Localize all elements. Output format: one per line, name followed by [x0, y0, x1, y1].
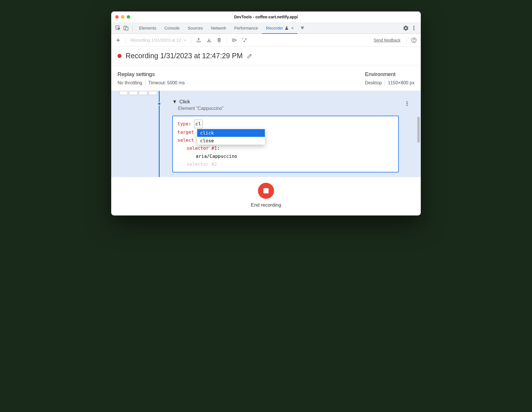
tab-console[interactable]: Console	[160, 22, 183, 34]
devtools-window: DevTools - coffee-cart.netlify.app/ Elem…	[111, 11, 421, 215]
tab-bar: Elements Console Sources Network Perform…	[111, 22, 421, 34]
divider	[126, 37, 126, 43]
scrollbar[interactable]	[417, 117, 420, 143]
environment-values: Desktop 1150×800 px	[365, 80, 414, 85]
end-recording-label: End recording	[251, 202, 281, 208]
new-recording-icon[interactable]	[114, 36, 122, 44]
replay-icon[interactable]	[230, 36, 238, 44]
device-toggle-icon[interactable]	[122, 24, 130, 32]
recording-title-row: Recording 1/31/2023 at 12:47:29 PM	[111, 46, 421, 65]
titlebar: DevTools - coffee-cart.netlify.app/	[111, 11, 421, 22]
svg-rect-2	[126, 27, 128, 30]
environment-settings: Environment Desktop 1150×800 px	[365, 71, 414, 85]
traffic-lights	[115, 15, 130, 19]
tab-elements[interactable]: Elements	[135, 22, 160, 34]
svg-point-4	[413, 28, 414, 29]
recording-selector[interactable]: Recording 1/31/2023 at 12	[129, 38, 187, 42]
end-recording-button[interactable]	[258, 183, 274, 199]
svg-point-6	[244, 41, 245, 42]
device-value[interactable]: Desktop	[365, 80, 382, 85]
recorder-toolbar: Recording 1/31/2023 at 12 Send feedback	[111, 34, 421, 46]
field-label-target: target	[177, 129, 194, 135]
minimize-window-button[interactable]	[121, 15, 124, 19]
recording-title: Recording 1/31/2023 at 12:47:29 PM	[126, 52, 243, 60]
footer: End recording	[111, 177, 421, 215]
svg-point-5	[413, 29, 414, 30]
step-subtitle: Element "Cappuccino"	[178, 106, 412, 111]
flask-icon	[285, 26, 288, 30]
tab-label: Recorder	[266, 26, 283, 30]
tab-network[interactable]: Network	[207, 22, 230, 34]
tab-recorder[interactable]: Recorder ×	[262, 23, 298, 34]
divider	[191, 37, 191, 43]
step-marker[interactable]	[157, 102, 161, 106]
thumbnail-strip	[119, 91, 157, 95]
divider	[227, 37, 227, 43]
send-feedback-link[interactable]: Send feedback	[374, 38, 400, 42]
step-thumbnail[interactable]	[148, 91, 157, 95]
environment-heading: Environment	[365, 71, 396, 77]
type-input[interactable]: cl	[194, 120, 203, 128]
timeout-value[interactable]: Timeout: 5000 ms	[148, 80, 185, 85]
recording-indicator-icon	[118, 54, 122, 58]
stop-icon	[263, 188, 269, 193]
close-tab-icon[interactable]: ×	[291, 26, 294, 30]
step-header[interactable]: ▼ Click	[172, 99, 412, 105]
step-thumbnail[interactable]	[129, 91, 138, 95]
import-icon[interactable]	[205, 36, 213, 44]
replay-settings-values: No throttling Timeout: 5000 ms	[118, 80, 185, 85]
svg-point-3	[413, 26, 414, 27]
settings-gear-icon[interactable]	[402, 24, 410, 32]
step-thumbnail[interactable]	[139, 91, 147, 95]
field-label-selectors: select	[177, 137, 194, 143]
tab-sources[interactable]: Sources	[184, 22, 207, 34]
svg-point-8	[414, 41, 414, 42]
steps-area: ▼ Click Element "Cappuccino" type: cl ta…	[111, 91, 421, 177]
selector-1-label: selector #1	[187, 145, 217, 151]
replay-settings: Replay settings No throttling Timeout: 5…	[118, 71, 185, 85]
autocomplete-option-click[interactable]: click	[197, 129, 265, 137]
window-title: DevTools - coffee-cart.netlify.app/	[234, 15, 298, 19]
more-tabs-icon[interactable]	[298, 26, 307, 30]
autocomplete-option-close[interactable]: close	[197, 137, 265, 145]
step-icon[interactable]	[241, 36, 249, 44]
tab-performance[interactable]: Performance	[230, 22, 262, 34]
recording-selector-label: Recording 1/31/2023 at 12	[130, 38, 181, 42]
divider	[406, 37, 406, 43]
selector-2-label: selector #2	[187, 162, 217, 167]
maximize-window-button[interactable]	[127, 15, 130, 19]
tabs: Elements Console Sources Network Perform…	[135, 22, 298, 34]
caret-down-icon: ▼	[172, 99, 177, 105]
edit-title-icon[interactable]	[247, 53, 253, 59]
selector-1-value[interactable]: aria/Cappuccino	[177, 152, 394, 160]
chevron-down-icon	[183, 39, 186, 41]
close-window-button[interactable]	[115, 15, 119, 19]
divider	[385, 80, 385, 85]
export-icon[interactable]	[195, 36, 203, 44]
viewport-value[interactable]: 1150×800 px	[388, 80, 414, 85]
replay-settings-heading: Replay settings	[118, 71, 185, 77]
step-thumbnail[interactable]	[119, 91, 128, 95]
inspect-element-icon[interactable]	[114, 24, 122, 32]
delete-icon[interactable]	[215, 36, 223, 44]
field-label-type: type	[177, 121, 189, 127]
step-title: Click	[179, 99, 190, 105]
settings-row: Replay settings No throttling Timeout: 5…	[111, 65, 421, 91]
help-icon[interactable]	[410, 36, 418, 44]
divider	[132, 25, 133, 31]
throttling-value[interactable]: No throttling	[118, 80, 142, 85]
divider	[145, 80, 145, 85]
autocomplete-popup: click close	[197, 129, 265, 145]
kebab-menu-icon[interactable]	[410, 24, 418, 32]
